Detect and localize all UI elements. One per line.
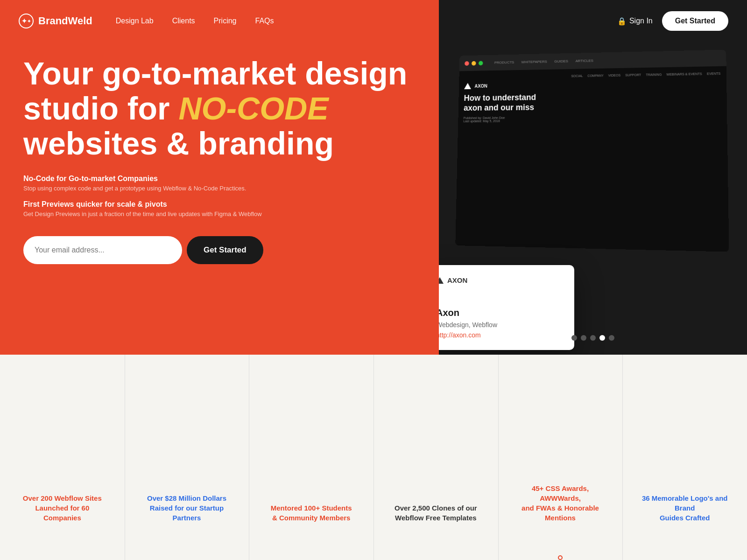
feature-item-1: No-Code for Go-to-market Companies Stop …	[23, 175, 416, 192]
card-logo-icon	[439, 277, 444, 284]
headline-line1: Your go-to-market design	[23, 56, 407, 91]
carousel-dot-5[interactable]	[609, 335, 614, 341]
stat-text-3: Mentored 100+ Students& Community Member…	[261, 503, 361, 523]
carousel-dots	[571, 335, 614, 341]
headline-line2: studio for NO-CODE	[23, 91, 329, 126]
get-started-hero-button[interactable]: Get Started	[187, 236, 263, 264]
feature-list: No-Code for Go-to-market Companies Stop …	[23, 175, 416, 217]
stat-content-5: 45+ CSS Awards, AWWWards,and FWAs & Hono…	[498, 483, 623, 523]
stat-divider-1	[125, 355, 125, 560]
card-link[interactable]: http://axon.com	[439, 331, 563, 339]
stat-text-1: Over 200 Webflow SitesLaunched for 60 Co…	[9, 493, 115, 523]
feature-1-desc: Stop using complex code and get a protot…	[23, 185, 416, 192]
feature-1-title: No-Code for Go-to-market Companies	[23, 175, 416, 183]
stat-dot-5	[558, 555, 563, 560]
stat-content-2: Over $28 Million DollarsRaised for our S…	[125, 493, 249, 523]
stat-text-6: 36 Memorable Logo's and BrandGuides Craf…	[632, 493, 738, 523]
mockup-container: PRODUCTS WHITEPAPERS GUIDES ARTICLES SOC…	[439, 42, 747, 355]
axon-brand-name: AXON	[474, 84, 487, 89]
stat-text-2: Over $28 Million DollarsRaised for our S…	[134, 493, 240, 523]
card-logo: AXON	[439, 276, 563, 284]
mockup-top-nav: SOCIAL COMPANY VIDEOS SUPPORT TRAINING W…	[465, 72, 721, 79]
email-form: Get Started	[23, 236, 416, 264]
carousel-dot-3[interactable]	[590, 335, 596, 341]
carousel-dot-4[interactable]	[599, 335, 605, 341]
brand-name: BrandWeld	[38, 15, 92, 27]
stat-content-6: 36 Memorable Logo's and BrandGuides Craf…	[622, 493, 747, 523]
stat-content-4: Over 2,500 Clones of ourWebflow Free Tem…	[376, 503, 496, 523]
get-started-nav-button[interactable]: Get Started	[662, 11, 728, 31]
nav-pricing[interactable]: Pricing	[214, 17, 237, 25]
dot-red	[465, 61, 469, 66]
stat-text-4: Over 2,500 Clones of ourWebflow Free Tem…	[385, 503, 486, 523]
logo-icon: ✦	[19, 14, 34, 28]
dark-mockup: PRODUCTS WHITEPAPERS GUIDES ARTICLES SOC…	[455, 49, 729, 252]
nav-clients[interactable]: Clients	[172, 17, 195, 25]
lock-icon: 🔒	[617, 17, 627, 26]
mockup-nav: PRODUCTS WHITEPAPERS GUIDES ARTICLES	[494, 59, 593, 65]
dot-yellow	[472, 61, 476, 65]
mockup-heading: How to understandaxon and our miss	[464, 90, 721, 113]
nav-faqs[interactable]: FAQs	[255, 17, 274, 25]
headline-highlight: NO-CODE	[178, 91, 328, 126]
axon-brand-row: AXON	[464, 79, 721, 89]
carousel-dot-1[interactable]	[571, 335, 577, 341]
mockup-content: SOCIAL COMPANY VIDEOS SUPPORT TRAINING W…	[458, 66, 727, 128]
stat-divider-3	[374, 355, 374, 560]
hero-section: Your go-to-market design studio for NO-C…	[0, 0, 439, 355]
mockup-byline: Published by: David John DoeLast updated…	[463, 114, 721, 123]
feature-2-title: First Previews quicker for scale & pivot…	[23, 200, 416, 209]
axon-logo-icon	[464, 83, 471, 90]
stat-divider-2	[249, 355, 249, 560]
stat-content-3: Mentored 100+ Students& Community Member…	[252, 503, 371, 523]
stat-content-1: Over 200 Webflow SitesLaunched for 60 Co…	[0, 493, 125, 523]
white-card: AXON Axon Webdesign, Webflow http://axon…	[439, 265, 574, 350]
brand-logo[interactable]: ✦ BrandWeld	[19, 14, 92, 28]
card-logo-text: AXON	[447, 276, 467, 284]
nav-links: Design Lab Clients Pricing FAQs	[116, 17, 274, 25]
hero-headline: Your go-to-market design studio for NO-C…	[23, 56, 416, 161]
stat-text-5: 45+ CSS Awards, AWWWards,and FWAs & Hono…	[507, 483, 613, 523]
stats-section: Over 200 Webflow SitesLaunched for 60 Co…	[0, 355, 747, 560]
stat-divider-5	[622, 355, 623, 560]
card-subtitle: Webdesign, Webflow	[439, 321, 563, 329]
dark-panel: PRODUCTS WHITEPAPERS GUIDES ARTICLES SOC…	[439, 0, 747, 355]
nav-right: 🔒 Sign In Get Started	[439, 0, 747, 42]
navbar: ✦ BrandWeld Design Lab Clients Pricing F…	[0, 0, 439, 42]
headline-line3: websites & branding	[23, 126, 334, 161]
carousel-dot-2[interactable]	[581, 335, 586, 341]
signin-button[interactable]: 🔒 Sign In	[617, 17, 653, 26]
dot-green	[479, 61, 483, 65]
feature-item-2: First Previews quicker for scale & pivot…	[23, 200, 416, 217]
card-title: Axon	[439, 308, 563, 318]
email-input[interactable]	[23, 236, 182, 264]
nav-design-lab[interactable]: Design Lab	[116, 17, 154, 25]
stat-divider-4	[498, 355, 499, 560]
feature-2-desc: Get Design Previews in just a fraction o…	[23, 210, 416, 217]
